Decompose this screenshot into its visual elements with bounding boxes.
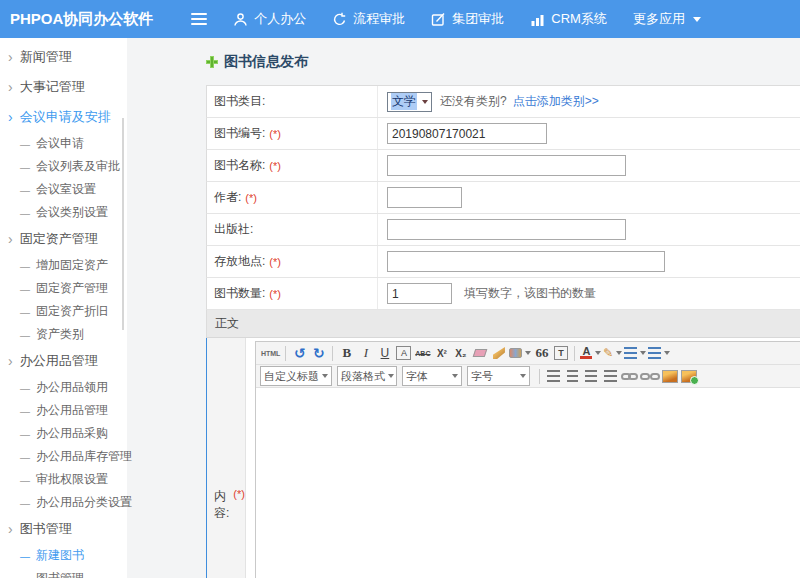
category-select[interactable]: 文学 [387,92,432,112]
unlink-icon [640,373,650,380]
sidebar-item-label: 会议申请 [36,135,84,152]
sidebar-item-label: 会议列表及审批 [36,158,120,175]
clean-format-button[interactable] [490,344,507,362]
sidebar-item-meeting-list-approval[interactable]: 会议列表及审批 [0,155,127,178]
add-category-link[interactable]: 点击添加类别>> [513,93,599,110]
required-mark: (*) [269,256,281,268]
caret-down-icon [616,351,622,355]
location-input[interactable] [387,251,665,272]
strikethrough-button[interactable]: ABC [414,344,431,362]
toolbar-separator [332,346,333,361]
caret-down-icon [422,100,428,104]
paste-as-text-button[interactable]: T [554,346,568,360]
blockquote-button[interactable]: 66 [533,344,550,362]
field-label: 作者:(*) [207,182,378,213]
sidebar-item-fixed-asset-depreciation[interactable]: 固定资产折旧 [0,300,127,323]
field-label: 存放地点:(*) [207,246,378,277]
paint-format-button[interactable] [509,344,531,362]
sidebar-item-office-supplies[interactable]: 办公用品管理 [0,346,127,376]
publisher-input[interactable] [387,219,626,240]
nav-item-crm[interactable]: CRM系统 [530,10,607,28]
paragraph-format-select[interactable]: 段落格式 [337,366,397,386]
justify-button[interactable] [602,367,619,385]
align-left-button[interactable] [545,367,562,385]
author-input[interactable] [387,187,462,208]
font-size-select[interactable]: 字号 [467,366,530,386]
sidebar-menu: 新闻管理 大事记管理 会议申请及安排 会议申请 会议列表及审批 会议室设置 会议… [0,38,127,578]
sidebar-item-book-manage[interactable]: 图书管理 [0,567,127,578]
nav-item-personal-office[interactable]: 个人办公 [233,10,306,28]
chevron-right-icon [8,110,20,125]
font-family-select[interactable]: 字体 [402,366,462,386]
sidebar-item-supplies-classification[interactable]: 办公用品分类设置 [0,491,127,514]
align-center-button[interactable] [564,367,581,385]
sidebar-item-book-management[interactable]: 图书管理 [0,514,127,544]
sidebar-item-asset-category[interactable]: 资产类别 [0,323,127,346]
caret-down-icon [525,351,531,355]
sidebar-scrollbar[interactable] [122,118,124,330]
user-icon [233,12,248,27]
upload-image-button[interactable] [681,367,698,385]
custom-heading-select[interactable]: 自定义标题 [260,366,332,386]
insert-image-button[interactable] [662,367,679,385]
align-left-icon [547,370,560,382]
sidebar-item-supplies-claim[interactable]: 办公用品领用 [0,376,127,399]
unordered-list-button[interactable] [648,344,670,362]
unordered-list-icon [648,347,661,359]
dash-icon [20,496,36,510]
field-label: 图书类目: [207,86,378,117]
book-name-input[interactable] [387,155,626,176]
image-icon [662,370,678,383]
ordered-list-button[interactable] [624,344,646,362]
sidebar-item-label: 固定资产折旧 [36,303,108,320]
italic-button[interactable]: I [357,344,374,362]
nav-item-more-apps[interactable]: 更多应用 [633,10,701,28]
sidebar-item-meeting-room-settings[interactable]: 会议室设置 [0,178,127,201]
align-right-button[interactable] [583,367,600,385]
image-upload-icon [681,370,697,383]
sidebar-item-add-fixed-asset[interactable]: 增加固定资产 [0,254,127,277]
app-header: PHPOA协同办公软件 个人办公 流程审批 集团审批 CRM系统 更多应用 [0,0,800,38]
dash-icon [20,572,36,578]
sidebar-item-label: 会议申请及安排 [20,108,111,126]
remove-link-button[interactable] [640,367,660,385]
sidebar-item-supplies-purchase[interactable]: 办公用品采购 [0,422,127,445]
sidebar-item-label: 会议类别设置 [36,204,108,221]
bold-button[interactable]: B [338,344,355,362]
sidebar-item-meeting-category-settings[interactable]: 会议类别设置 [0,201,127,224]
dash-icon [20,328,36,342]
html-source-button[interactable]: HTML [261,344,280,362]
sidebar-item-new-book[interactable]: 新建图书 [0,544,127,567]
editor-content-area[interactable] [256,388,800,578]
undo-button[interactable]: ↺ [291,344,308,362]
hamburger-icon[interactable] [191,13,207,25]
sidebar-item-news-management[interactable]: 新闻管理 [0,42,127,72]
app-logo: PHPOA协同办公软件 [10,10,153,29]
redo-button[interactable]: ↻ [310,344,327,362]
book-no-input[interactable] [387,123,547,144]
sidebar-item-meeting-apply[interactable]: 会议申请 [0,132,127,155]
toolbar-separator [574,346,575,361]
dropdown-label: 字体 [406,369,428,384]
sidebar-item-fixed-asset-management[interactable]: 固定资产管理 [0,277,127,300]
subscript-button[interactable]: X₂ [452,344,469,362]
highlight-pen-button[interactable]: ✎ [603,344,622,362]
field-label: 图书数量:(*) [207,278,378,309]
nav-item-process-approval[interactable]: 流程审批 [332,10,405,28]
eraser-button[interactable] [471,344,488,362]
superscript-button[interactable]: X² [433,344,450,362]
sidebar-item-fixed-assets[interactable]: 固定资产管理 [0,224,127,254]
font-border-button[interactable]: A [396,346,411,360]
dash-icon [20,160,36,174]
sidebar-item-events-management[interactable]: 大事记管理 [0,72,127,102]
quantity-input[interactable] [387,283,452,304]
underline-button[interactable]: U [376,344,393,362]
sidebar-item-supplies-management[interactable]: 办公用品管理 [0,399,127,422]
sidebar-item-supplies-inventory[interactable]: 办公用品库存管理 [0,445,127,468]
nav-item-group-approval[interactable]: 集团审批 [431,10,504,28]
insert-link-button[interactable] [621,367,638,385]
chevron-right-icon [8,50,20,65]
sidebar-item-meeting-management[interactable]: 会议申请及安排 [0,102,127,132]
sidebar-item-approval-permission[interactable]: 审批权限设置 [0,468,127,491]
font-color-button[interactable]: A [580,344,601,362]
